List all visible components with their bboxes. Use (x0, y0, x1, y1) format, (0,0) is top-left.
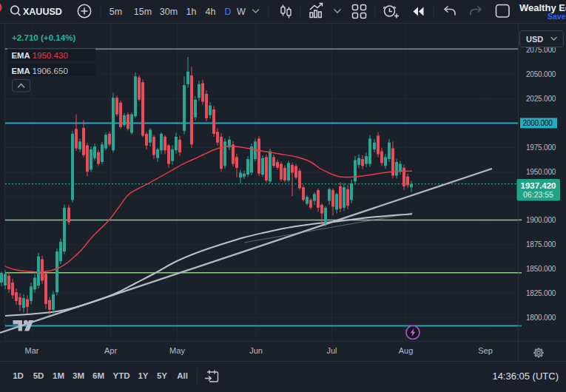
svg-text:1906.650: 1906.650 (33, 66, 68, 75)
svg-text:4h: 4h (206, 7, 216, 17)
svg-text:1875.000: 1875.000 (526, 240, 556, 249)
svg-text:2025.000: 2025.000 (526, 95, 556, 103)
svg-text:15m: 15m (134, 7, 152, 17)
svg-text:1Y: 1Y (138, 371, 148, 380)
svg-text:All: All (177, 371, 188, 380)
svg-text:14:36:05 (UTC): 14:36:05 (UTC) (492, 371, 559, 382)
svg-text:W: W (237, 7, 246, 17)
svg-text:1M: 1M (53, 371, 64, 380)
svg-text:30m: 30m (160, 7, 178, 17)
svg-text:Save: Save (548, 12, 566, 21)
svg-text:EMA: EMA (12, 51, 30, 60)
svg-text:3M: 3M (73, 371, 84, 380)
svg-text:Apr: Apr (104, 346, 117, 355)
svg-text:1h: 1h (186, 7, 197, 17)
svg-text:1825.000: 1825.000 (526, 289, 556, 297)
svg-text:2000.000: 2000.000 (523, 119, 553, 127)
svg-text:Jul: Jul (326, 346, 337, 355)
svg-text:Sep: Sep (478, 346, 493, 355)
svg-text:1937.420: 1937.420 (521, 181, 556, 190)
svg-text:D: D (224, 7, 231, 17)
svg-text:1D: 1D (13, 371, 24, 380)
svg-text:1950.000: 1950.000 (526, 168, 556, 176)
svg-text:Jun: Jun (249, 346, 263, 355)
svg-text:1850.000: 1850.000 (526, 265, 556, 273)
svg-text:Mar: Mar (25, 346, 39, 355)
svg-text:XAUUSD: XAUUSD (23, 7, 62, 17)
svg-text:Aug: Aug (399, 346, 414, 355)
svg-text:May: May (169, 346, 185, 355)
svg-text:+2.710 (+0.14%): +2.710 (+0.14%) (12, 33, 76, 42)
svg-text:5Y: 5Y (157, 371, 167, 380)
svg-text:06:23:55: 06:23:55 (523, 190, 553, 199)
svg-text:1800.000: 1800.000 (526, 314, 556, 322)
svg-text:5D: 5D (33, 371, 44, 380)
svg-text:2050.000: 2050.000 (526, 70, 556, 78)
svg-text:USD: USD (526, 35, 543, 44)
svg-text:1950.430: 1950.430 (33, 50, 68, 60)
svg-text:YTD: YTD (113, 371, 130, 380)
svg-text:6M: 6M (92, 371, 104, 380)
svg-text:EMA: EMA (12, 67, 30, 75)
svg-text:5m: 5m (110, 7, 122, 17)
svg-text:1975.000: 1975.000 (526, 143, 556, 152)
svg-text:1900.000: 1900.000 (526, 216, 556, 224)
